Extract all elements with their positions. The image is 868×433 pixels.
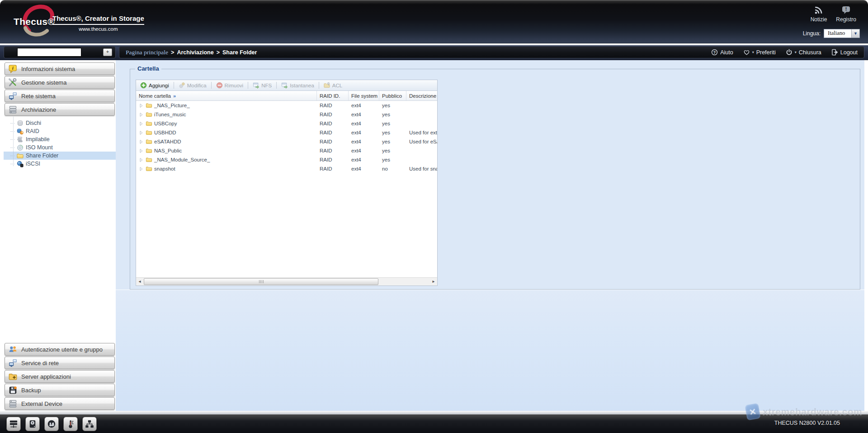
aggiungi-button[interactable]: Aggiungi <box>138 81 171 89</box>
backup-icon <box>9 386 17 395</box>
column-header-pubblico[interactable]: Pubblico <box>379 91 406 100</box>
table-row[interactable]: USBHDDRAIDext4yesUsed for exte <box>136 128 437 137</box>
breadcrumb-separator: > <box>217 49 220 56</box>
table-row[interactable]: snapshotRAIDext4noUsed for sna <box>136 164 437 173</box>
breadcrumb: Pagina principale>Archiviazione>Share Fo… <box>126 49 257 56</box>
server-status-button[interactable] <box>6 417 21 431</box>
network-icon <box>9 92 17 100</box>
table-row[interactable]: eSATAHDDRAIDext4yesUsed for eSA <box>136 137 437 146</box>
folder-name-cell: _NAS_Picture_ <box>136 101 317 110</box>
folder-name-cell: NAS_Public <box>136 146 317 155</box>
sidebar-group-gestione-sistema[interactable]: Gestione sistema <box>5 76 115 89</box>
fan-status-button[interactable] <box>44 417 59 431</box>
sidebar-group-informazioni-sistema[interactable]: iInformazioni sistema <box>5 62 115 75</box>
scroll-right-arrow[interactable]: ▸ <box>430 278 437 285</box>
raid-id-cell: RAID <box>317 101 349 110</box>
modifica-button: Modifica <box>176 81 209 89</box>
sidebar-item-impilabile[interactable]: Impilabile <box>4 135 116 143</box>
sidebar-group-label: Rete sistema <box>21 93 56 100</box>
folder-name: _NAS_Module_Source_ <box>154 157 210 162</box>
table-row[interactable]: _NAS_Module_Source_RAIDext4yes <box>136 155 437 164</box>
content-lower-area <box>116 290 864 411</box>
sidebar-item-raid[interactable]: RAID <box>4 127 116 135</box>
action-aiuto[interactable]: ?Aiuto <box>711 49 733 56</box>
column-header-file-system[interactable]: File system <box>349 91 379 100</box>
sidebar-item-iso-mount[interactable]: ISO Mount <box>4 143 116 152</box>
search-input[interactable] <box>17 48 81 57</box>
sidebar-group-archiviazione[interactable]: Archiviazione <box>5 103 115 116</box>
hdd-icon <box>28 419 37 428</box>
share-folder-panel: Cartella AggiungiModificaRimuoviNFSIstan… <box>116 60 864 290</box>
language-label: Lingua: <box>803 30 821 37</box>
toolbar-separator <box>319 82 319 89</box>
action-chiusura[interactable]: ▾Chiusura <box>786 49 821 56</box>
breadcrumb-pagina-principale[interactable]: Pagina principale <box>126 49 168 56</box>
search-add-button[interactable]: + <box>103 48 112 56</box>
raid-id-cell: RAID <box>317 146 349 155</box>
column-label: Descrizione <box>409 93 436 99</box>
status-bar: THECUS N2800 V2.01.05 <box>0 414 868 433</box>
breadcrumb-archiviazione: Archiviazione <box>177 49 213 56</box>
sidebar-item-label: RAID <box>26 128 39 134</box>
table-row[interactable]: USBCopyRAIDext4yes <box>136 119 437 128</box>
xtremehardware-logo-icon: ✕ <box>745 403 760 421</box>
sidebar-group-external-device[interactable]: External Device <box>5 397 115 410</box>
temperature-status-button[interactable] <box>63 417 78 431</box>
istantanea-button: Istantanea <box>279 81 316 89</box>
action-logout[interactable]: Logout <box>831 49 858 56</box>
sidebar-group-backup[interactable]: Backup <box>5 384 115 396</box>
public-cell: yes <box>379 128 406 137</box>
table-row[interactable]: iTunes_musicRAIDext4yes <box>136 110 437 119</box>
table-row[interactable]: NAS_PublicRAIDext4yes <box>136 146 437 155</box>
toolbar-separator <box>211 82 212 89</box>
public-cell: no <box>379 164 406 173</box>
column-header-nome-cartella[interactable]: Nome cartella» <box>136 91 317 100</box>
scroll-left-arrow[interactable]: ◂ <box>136 278 143 285</box>
sidebar-item-iscsi[interactable]: iSCSI <box>4 160 116 168</box>
scrollbar-thumb[interactable] <box>144 278 378 285</box>
sidebar-spacer <box>4 171 116 342</box>
tree-connector <box>10 131 14 132</box>
tree-connector <box>10 139 14 140</box>
sort-hint-icon: » <box>173 93 176 99</box>
sidebar-group-label: Service di rete <box>21 360 59 366</box>
file-system-cell: ext4 <box>349 119 379 128</box>
toolbar-button-label: Modifica <box>187 83 207 88</box>
column-header-descrizione[interactable]: Descrizione <box>406 91 437 100</box>
breadcrumb-bar: Pagina principale>Archiviazione>Share Fo… <box>119 46 864 58</box>
action-preferiti[interactable]: ▾Preferiti <box>743 49 776 56</box>
toolbar-strip: + Pagina principale>Archiviazione>Share … <box>0 45 868 60</box>
table-header-row: Nome cartella»RAID ID.File systemPubblic… <box>136 91 437 101</box>
folder-name-cell: USBCopy <box>136 119 317 128</box>
horizontal-scrollbar[interactable]: ◂ ▸ <box>136 277 437 285</box>
sidebar-group-autenticazione-utente-e-gruppo[interactable]: Autenticazione utente e gruppo <box>5 343 115 356</box>
snapshot-icon <box>281 82 288 89</box>
description-cell <box>406 155 437 164</box>
header-link-notizie[interactable]: Notizie <box>811 5 827 23</box>
header-link-registro[interactable]: !Registro <box>836 5 856 23</box>
acl-button: ACL <box>321 81 344 89</box>
action-label: Aiuto <box>720 49 733 56</box>
expander-icon <box>139 112 144 117</box>
toolbar-separator <box>174 82 174 89</box>
sidebar-group-rete-sistema[interactable]: Rete sistema <box>5 90 115 102</box>
sidebar-item-share-folder[interactable]: Share Folder <box>4 152 116 160</box>
language-select[interactable]: Italiano ▼ <box>824 29 860 38</box>
tools-icon <box>9 78 17 87</box>
disk-status-button[interactable] <box>25 417 40 431</box>
chevron-down-icon[interactable]: ▼ <box>851 29 859 38</box>
help-icon: ? <box>711 49 718 56</box>
column-header-raid-id[interactable]: RAID ID. <box>317 91 349 100</box>
acl-icon <box>324 82 330 89</box>
nfs-icon <box>253 82 259 89</box>
sidebar-group-service-di-rete[interactable]: Service di rete <box>5 357 115 369</box>
fieldset-legend: Cartella <box>135 65 161 72</box>
hardware-status-icons <box>6 417 97 431</box>
sidebar-group-server-applicazioni[interactable]: Server applicazioni <box>5 370 115 383</box>
table-row[interactable]: _NAS_Picture_RAIDext4yes <box>136 101 437 110</box>
logout-icon <box>831 49 838 56</box>
expander-icon <box>139 103 144 108</box>
sidebar-item-dischi[interactable]: Dischi <box>4 119 116 127</box>
network-status-button[interactable] <box>82 417 97 431</box>
sidebar-group-label: External Device <box>21 400 62 407</box>
